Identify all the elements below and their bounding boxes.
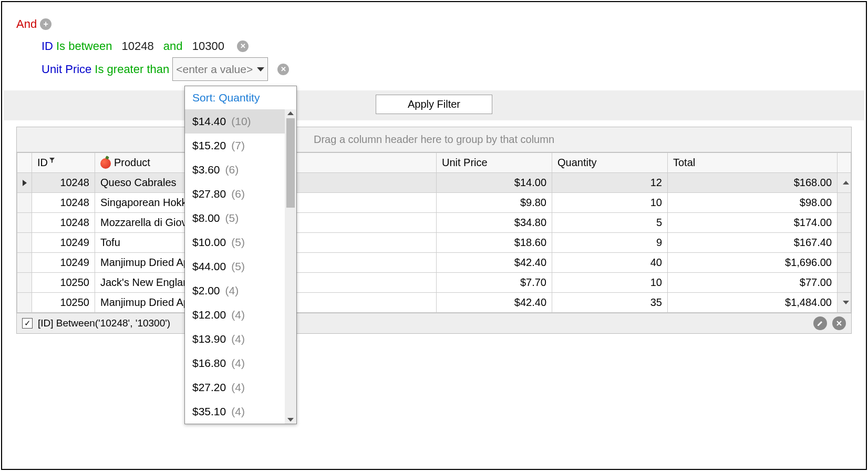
dropdown-item-count: (10) [231,115,251,128]
table-row[interactable]: 10249Tofu$18.609$167.40 [17,233,851,253]
dropdown-item-value: $12.00 [192,309,226,321]
cell-id: 10248 [32,193,95,213]
table-row[interactable]: 10248Singaporean Hokkien Fried Mee$9.801… [17,193,851,213]
cell-id: 10248 [32,213,95,233]
dropdown-item[interactable]: $15.20(7) [185,134,285,158]
cell-unit-price: $42.40 [437,293,552,313]
condition-field[interactable]: Unit Price [42,58,91,80]
cell-quantity: 10 [552,273,668,293]
scrollbar-cell[interactable] [838,253,851,273]
dropdown-item-count: (7) [231,139,245,152]
dropdown-item-count: (4) [231,405,245,418]
condition-field[interactable]: ID [42,35,53,57]
apply-filter-panel: Apply Filter [4,90,864,120]
dropdown-item-value: $2.00 [192,284,220,297]
group-operator[interactable]: And [16,13,37,35]
cell-quantity: 10 [552,193,668,213]
cell-id: 10250 [32,273,95,293]
cell-unit-price: $42.40 [437,253,552,273]
condition-operator[interactable]: Is between [56,35,112,57]
cell-unit-price: $34.80 [437,213,552,233]
dropdown-item-count: (6) [225,163,239,176]
table-row[interactable]: 10249Manjimup Dried Apples$42.4040$1,696… [17,253,851,273]
scrollbar-header [838,153,851,173]
column-header-row: ID Product Unit Price Quantity Total [17,153,851,173]
cell-quantity: 9 [552,233,668,253]
scrollbar-cell[interactable] [838,173,851,193]
remove-condition-icon[interactable] [277,64,289,75]
condition-value-1[interactable]: 10248 [122,35,154,57]
row-indicator [17,253,32,273]
dropdown-item[interactable]: $13.90(4) [185,327,285,351]
row-indicator [17,293,32,313]
row-indicator-header [17,153,32,173]
column-header-quantity[interactable]: Quantity [552,153,668,173]
dropdown-item[interactable]: $10.00(5) [185,230,285,254]
column-header-unit-price[interactable]: Unit Price [437,153,552,173]
cell-total: $98.00 [668,193,838,213]
dropdown-item[interactable]: $14.40(10) [185,109,285,134]
dropdown-item-value: $15.20 [192,139,226,152]
condition-value-2[interactable]: 10300 [192,35,224,57]
dropdown-item-value: $44.00 [192,260,226,273]
scroll-down-icon[interactable] [287,418,294,422]
scrollbar-cell[interactable] [838,213,851,233]
cell-total: $168.00 [668,173,838,193]
table-row[interactable]: 10248Queso Cabrales$14.0012$168.00 [17,173,851,193]
filter-builder: And ID Is between 10248 and 10300 Unit P… [4,4,864,90]
dropdown-item-count: (5) [225,212,239,224]
column-header-id[interactable]: ID [32,153,95,173]
dropdown-item[interactable]: $44.00(5) [185,254,285,279]
dropdown-item[interactable]: $27.20(4) [185,375,285,400]
dropdown-item[interactable]: $12.00(4) [185,303,285,327]
cell-id: 10250 [32,293,95,313]
edit-filter-icon[interactable] [813,316,827,330]
cell-total: $167.40 [668,233,838,253]
data-grid: Drag a column header here to group by th… [16,127,852,334]
filter-condition: Unit Price Is greater than <enter a valu… [16,57,852,81]
chevron-down-icon[interactable] [257,67,264,71]
apply-filter-button[interactable]: Apply Filter [376,95,492,114]
condition-operator[interactable]: Is greater than [95,58,169,80]
dropdown-item-count: (4) [225,284,239,297]
condition-value-input[interactable]: <enter a value> [172,57,268,81]
row-indicator [17,173,32,193]
column-header-total[interactable]: Total [668,153,838,173]
scrollbar-cell[interactable] [838,293,851,313]
dropdown-sort-link[interactable]: Sort: Quantity [185,86,296,109]
filter-footer: ✓ [ID] Between('10248', '10300') [17,313,851,333]
row-indicator [17,213,32,233]
dropdown-item[interactable]: $35.10(4) [185,400,285,424]
dropdown-item[interactable]: $16.80(4) [185,351,285,375]
dropdown-item-count: (4) [231,357,245,370]
dropdown-item[interactable]: $2.00(4) [185,279,285,303]
dropdown-item-value: $14.40 [192,115,226,128]
dropdown-item[interactable]: $27.80(6) [185,182,285,206]
scrollbar-cell[interactable] [838,193,851,213]
group-panel[interactable]: Drag a column header here to group by th… [17,127,851,152]
scroll-up-icon[interactable] [287,111,294,115]
cell-id: 10249 [32,253,95,273]
cell-total: $1,696.00 [668,253,838,273]
dropdown-item-count: (4) [231,381,245,394]
add-condition-icon[interactable] [40,18,51,30]
filter-icon[interactable] [49,154,55,160]
table-row[interactable]: 10250Manjimup Dried Apples$42.4035$1,484… [17,293,851,313]
dropdown-item[interactable]: $3.60(6) [185,158,285,182]
dropdown-item-value: $3.60 [192,163,220,176]
dropdown-item[interactable]: $8.00(5) [185,206,285,230]
scrollbar-cell[interactable] [838,233,851,253]
table-row[interactable]: 10250Jack's New England Clam Chowder$7.7… [17,273,851,293]
filter-enabled-checkbox[interactable]: ✓ [22,318,33,329]
cell-quantity: 40 [552,253,668,273]
dropdown-item-count: (4) [231,333,245,345]
scrollbar-cell[interactable] [838,273,851,293]
table-row[interactable]: 10248Mozzarella di Giovanni$34.805$174.0… [17,213,851,233]
cell-unit-price: $14.00 [437,173,552,193]
scrollbar-thumb[interactable] [286,118,295,208]
dropdown-item-value: $35.10 [192,405,226,418]
remove-condition-icon[interactable] [237,40,249,52]
cell-total: $174.00 [668,213,838,233]
dropdown-scrollbar[interactable] [285,109,296,424]
clear-filter-icon[interactable] [832,316,846,330]
